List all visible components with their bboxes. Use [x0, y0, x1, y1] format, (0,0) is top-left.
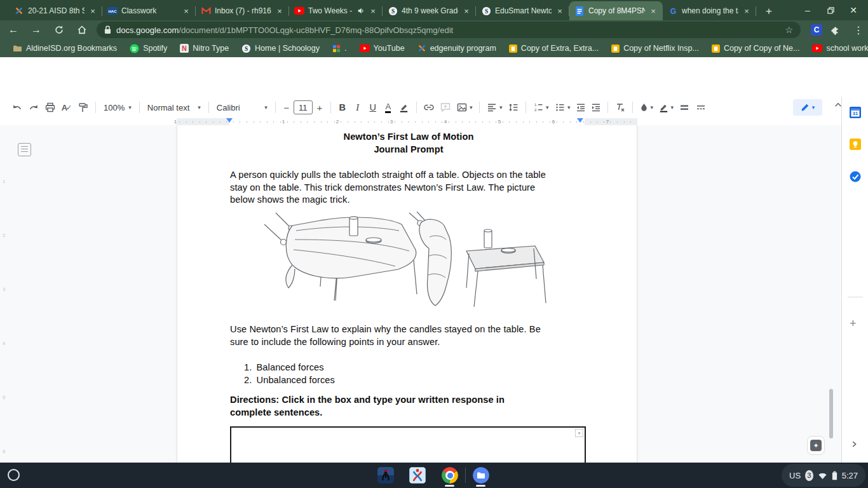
tab-close-icon[interactable]: × — [369, 6, 377, 16]
keep-icon[interactable] — [850, 139, 861, 150]
zoom-select[interactable]: 100%▾ — [100, 103, 135, 112]
restore-button[interactable] — [822, 2, 839, 18]
bookmark-playlist[interactable]: school work playlist — [807, 44, 868, 53]
tab-classwork[interactable]: HAC Classwork× — [102, 1, 196, 20]
bookmark-schoology[interactable]: SHome | Schoology — [236, 44, 325, 53]
tab-aisd[interactable]: 20-21 AISD 8th Sc× — [9, 1, 102, 20]
forward-button[interactable]: → — [27, 22, 46, 38]
fill-color-button[interactable]: ▾ — [637, 99, 656, 116]
tab-grades[interactable]: S 4th 9 week Grades× — [383, 1, 476, 20]
numbered-list-button[interactable]: 1.2.▾ — [530, 99, 552, 116]
address-bar[interactable]: docs.google.com/document/d/1bMPTTO0OLqgk… — [97, 22, 801, 38]
spotify-icon — [130, 44, 139, 53]
status-tray[interactable]: US 3 5:27 — [782, 464, 865, 487]
bookmark-spotify[interactable]: Spotify — [125, 44, 172, 53]
tab-audio-icon[interactable] — [357, 7, 365, 15]
new-tab-button[interactable]: + — [760, 3, 778, 20]
chrome-app-icon[interactable] — [442, 467, 458, 484]
insert-link-button[interactable] — [421, 99, 437, 116]
explore-button[interactable]: ✦ — [807, 436, 825, 455]
clear-formatting-button[interactable] — [612, 99, 628, 116]
bookmark-doc-copy[interactable]: Copy of Copy of Ne... — [707, 44, 805, 53]
right-indent-marker[interactable] — [577, 118, 583, 123]
extensions-puzzle-icon[interactable] — [826, 22, 845, 38]
font-size-input[interactable]: 11 — [294, 100, 313, 114]
redo-button[interactable] — [25, 99, 42, 116]
editing-mode-button[interactable]: ▾ — [793, 99, 822, 116]
line-spacing-button[interactable] — [505, 99, 522, 116]
bold-button[interactable]: B — [335, 99, 350, 116]
align-button[interactable]: ▾ — [484, 99, 505, 116]
tab-youtube[interactable]: Two Weeks - G × — [289, 1, 383, 20]
bookmark-nitrotype[interactable]: NNitro Type — [175, 44, 234, 53]
tab-close-icon[interactable]: × — [462, 6, 471, 16]
underline-button[interactable]: U — [365, 99, 381, 116]
minimize-button[interactable]: – — [799, 2, 816, 18]
tab-google-search[interactable]: G when doing the ta× — [663, 1, 756, 20]
pen-color-button[interactable]: ▾ — [656, 99, 676, 116]
increase-font-size-button[interactable]: + — [313, 99, 327, 116]
launcher-button[interactable] — [8, 469, 20, 481]
response-box[interactable]: ▾ — [230, 426, 586, 463]
vertical-scrollbar[interactable] — [829, 389, 833, 438]
borders-button[interactable] — [676, 99, 693, 116]
paint-format-button[interactable] — [75, 99, 92, 116]
hide-side-panel-chevron[interactable] — [850, 440, 858, 449]
imagine-math-app-icon[interactable] — [409, 467, 426, 484]
add-comment-button[interactable] — [437, 99, 454, 116]
tab-docs-active[interactable]: Copy of 8M4PSNe× — [569, 1, 663, 20]
tab-close-icon[interactable]: × — [555, 6, 564, 16]
increase-indent-button[interactable] — [588, 99, 604, 116]
tab-close-icon[interactable]: × — [275, 6, 284, 16]
bookmark-doc-netflix[interactable]: Copy of Netflix Insp... — [606, 44, 704, 53]
svg-text:G: G — [670, 6, 675, 15]
google-side-panel: 31 + — [841, 97, 868, 463]
bookmark-folder[interactable]: AldineISD.org Bookmarks — [8, 44, 122, 53]
home-button[interactable] — [72, 22, 92, 38]
document-page[interactable]: Newton’s First Law of Motion Journal Pro… — [177, 125, 637, 463]
font-select[interactable]: Calibri▾ — [213, 103, 271, 112]
back-button[interactable]: ← — [4, 22, 23, 38]
decrease-font-size-button[interactable]: − — [280, 99, 294, 116]
doc-paragraph-2: Use Newton’s First Law to explain why th… — [230, 323, 541, 348]
bookmark-edgenuity[interactable]: edgenuity program — [412, 44, 501, 53]
folder-icon — [13, 44, 22, 52]
tab-close-icon[interactable]: × — [88, 6, 97, 16]
bookmark-star-icon[interactable]: ☆ — [785, 25, 793, 35]
istation-app-icon[interactable] — [377, 467, 394, 484]
get-addons-button[interactable]: + — [850, 318, 857, 329]
document-outline-icon[interactable] — [18, 143, 31, 156]
bookmark-youtube[interactable]: YouTube — [355, 44, 410, 53]
reload-button[interactable] — [50, 22, 69, 38]
insert-image-button[interactable]: ▾ — [454, 99, 475, 116]
tab-gmail-inbox[interactable]: Inbox (7) - rh9166× — [196, 1, 289, 20]
clever-extension-icon[interactable]: C — [811, 24, 822, 36]
undo-button[interactable] — [9, 99, 25, 116]
border-dash-button[interactable] — [693, 99, 709, 116]
highlight-color-button[interactable] — [396, 99, 412, 116]
bookmark-grid[interactable]: . — [327, 44, 351, 53]
paragraph-style-select[interactable]: Normal text▾ — [144, 103, 205, 112]
doc-list-item-2: 2. Unbalanced forces — [244, 374, 335, 387]
calendar-icon[interactable]: 31 — [850, 107, 861, 118]
left-indent-marker[interactable] — [226, 118, 233, 123]
decrease-indent-button[interactable] — [573, 99, 588, 116]
tasks-icon[interactable] — [850, 171, 861, 182]
bookmark-doc-extra[interactable]: Copy of Extra, Extra... — [504, 44, 604, 53]
lock-icon[interactable] — [104, 25, 111, 34]
bulleted-list-button[interactable]: ▾ — [552, 99, 573, 116]
tab-close-icon[interactable]: × — [182, 6, 191, 16]
tab-edusmart[interactable]: S EduSmart Newton× — [476, 1, 569, 20]
browser-toolbar: ← → docs.google.com/document/d/1bMPTTO0O… — [0, 20, 868, 39]
close-window-button[interactable]: ✕ — [845, 2, 862, 18]
spellcheck-button[interactable]: A✓ — [58, 99, 75, 116]
tab-close-icon[interactable]: × — [742, 6, 751, 16]
browser-menu-icon[interactable]: ⋮ — [849, 22, 868, 38]
print-button[interactable] — [42, 99, 58, 116]
text-color-button[interactable]: A — [381, 99, 396, 116]
tab-close-icon[interactable]: × — [649, 6, 658, 16]
files-app-icon[interactable] — [473, 467, 489, 484]
tablecloth-trick-image[interactable] — [257, 212, 560, 312]
table-options-chevron[interactable]: ▾ — [575, 429, 583, 437]
italic-button[interactable]: I — [350, 99, 365, 116]
